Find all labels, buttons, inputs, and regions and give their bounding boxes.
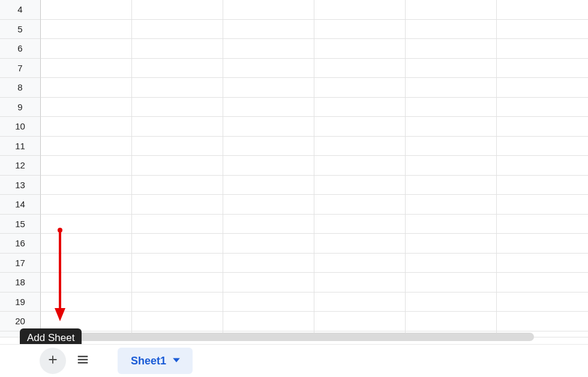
cell[interactable] [497,176,588,195]
cell[interactable] [223,312,314,331]
cell[interactable] [132,312,223,331]
cell[interactable] [223,78,314,98]
cell[interactable] [406,215,497,234]
cell[interactable] [314,312,406,331]
row-header[interactable]: 17 [0,254,41,273]
cell[interactable] [41,195,132,215]
cell[interactable] [223,215,314,234]
cell[interactable] [314,176,406,195]
cell[interactable] [41,176,132,195]
cell[interactable] [223,137,314,156]
cell[interactable] [223,273,314,292]
cell[interactable] [497,117,588,137]
cell[interactable] [406,59,497,79]
cell[interactable] [41,98,132,117]
cell[interactable] [41,78,132,98]
cell[interactable] [41,0,132,20]
cell[interactable] [406,195,497,215]
cell[interactable] [406,20,497,40]
cell[interactable] [314,195,406,215]
cell[interactable] [406,254,497,273]
cell[interactable] [223,98,314,117]
row-header[interactable]: 4 [0,0,41,20]
cell[interactable] [132,137,223,156]
cell[interactable] [497,215,588,234]
cell[interactable] [223,234,314,254]
cell[interactable] [223,39,314,59]
row-header[interactable]: 12 [0,156,41,176]
cell[interactable] [314,117,406,137]
cell[interactable] [406,176,497,195]
cell[interactable] [406,292,497,312]
cell[interactable] [41,39,132,59]
cell[interactable] [497,98,588,117]
cell[interactable] [223,59,314,79]
cell[interactable] [132,292,223,312]
cell[interactable] [497,195,588,215]
cell[interactable] [41,117,132,137]
cell[interactable] [132,98,223,117]
row-header[interactable]: 11 [0,137,41,156]
cell[interactable] [132,0,223,20]
row-header[interactable]: 9 [0,98,41,117]
cell[interactable] [406,98,497,117]
cell[interactable] [314,156,406,176]
cell[interactable] [406,117,497,137]
cell[interactable] [41,156,132,176]
cell[interactable] [132,254,223,273]
cell[interactable] [132,215,223,234]
all-sheets-button[interactable] [70,348,96,374]
cell[interactable] [41,254,132,273]
cell[interactable] [406,234,497,254]
cell[interactable] [223,20,314,40]
row-header[interactable]: 6 [0,39,41,59]
cell[interactable] [314,39,406,59]
spreadsheet-grid[interactable]: 4 5 6 7 8 9 10 11 12 13 14 15 16 17 18 1… [0,0,588,377]
cell[interactable] [406,156,497,176]
cell[interactable] [406,137,497,156]
cell[interactable] [223,0,314,20]
cell[interactable] [497,20,588,40]
cell[interactable] [406,273,497,292]
row-header[interactable]: 15 [0,215,41,234]
cell[interactable] [314,78,406,98]
cell[interactable] [314,254,406,273]
cell[interactable] [314,59,406,79]
cell[interactable] [223,176,314,195]
cell[interactable] [497,273,588,292]
cell[interactable] [314,137,406,156]
cell[interactable] [132,59,223,79]
cell[interactable] [406,78,497,98]
cell[interactable] [41,59,132,79]
cell[interactable] [497,39,588,59]
row-header[interactable]: 13 [0,176,41,195]
cell[interactable] [41,234,132,254]
cell[interactable] [41,20,132,40]
cell[interactable] [41,292,132,312]
cell[interactable] [223,292,314,312]
cell[interactable] [497,0,588,20]
sheet-tab-active[interactable]: Sheet1 [118,348,193,374]
cell[interactable] [497,137,588,156]
cell[interactable] [132,195,223,215]
cell[interactable] [223,156,314,176]
cell[interactable] [314,98,406,117]
cell[interactable] [41,137,132,156]
cell[interactable] [223,195,314,215]
cell[interactable] [497,292,588,312]
cell[interactable] [406,0,497,20]
cell[interactable] [497,312,588,331]
row-header[interactable]: 16 [0,234,41,254]
cell[interactable] [314,273,406,292]
cell[interactable] [41,273,132,292]
cell[interactable] [406,39,497,59]
add-sheet-button[interactable] [40,348,66,374]
cell[interactable] [406,312,497,331]
cell[interactable] [314,0,406,20]
row-header[interactable]: 5 [0,20,41,40]
cell[interactable] [497,78,588,98]
cell[interactable] [132,273,223,292]
row-header[interactable]: 8 [0,78,41,98]
cell[interactable] [497,59,588,79]
row-header[interactable]: 14 [0,195,41,215]
